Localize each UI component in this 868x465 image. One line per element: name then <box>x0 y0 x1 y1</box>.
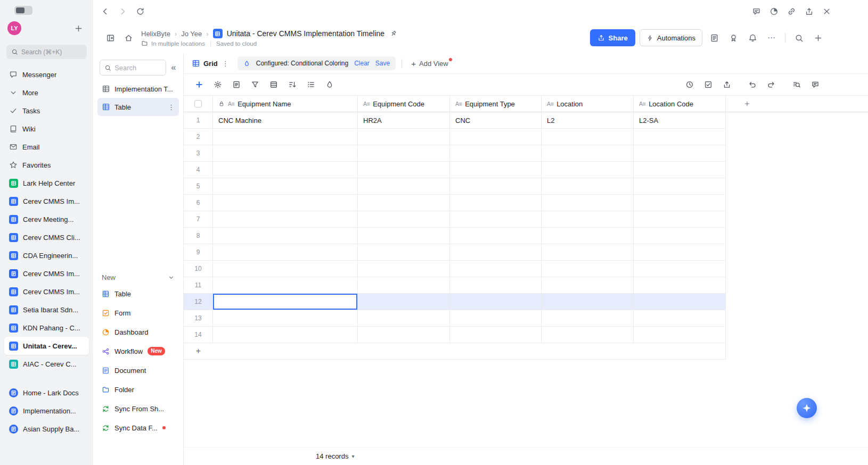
coloring-icon[interactable] <box>322 77 338 92</box>
row-number[interactable]: 9 <box>184 244 213 261</box>
grid-cell[interactable] <box>213 228 358 244</box>
grid-cell[interactable] <box>634 244 726 261</box>
grid-cell[interactable]: L2 <box>542 112 634 129</box>
grid-cell[interactable] <box>358 195 450 211</box>
grid-cell[interactable] <box>450 310 542 327</box>
column-header-location[interactable]: A≡Location <box>542 96 634 112</box>
grid-cell[interactable] <box>358 244 450 261</box>
grid-cell[interactable] <box>213 145 358 162</box>
column-header-equipment-name[interactable]: A≡Equipment Name <box>213 96 358 112</box>
select-all-cell[interactable] <box>184 96 213 112</box>
grid-cell[interactable] <box>358 277 450 294</box>
row-number[interactable]: 11 <box>184 277 213 294</box>
grid-cell[interactable] <box>213 162 358 178</box>
grid-cell[interactable] <box>213 261 358 277</box>
reload-icon[interactable] <box>133 4 148 19</box>
grid-cell[interactable] <box>542 129 634 145</box>
automations-button[interactable]: Automations <box>640 29 702 46</box>
search-icon[interactable] <box>791 30 806 45</box>
pin-icon[interactable] <box>390 30 397 37</box>
grid-cell[interactable]: CNC Machine <box>213 112 358 129</box>
row-number[interactable]: 6 <box>184 195 213 211</box>
grid-cell[interactable] <box>450 162 542 178</box>
share-window-icon[interactable] <box>801 4 816 19</box>
copy-link-icon[interactable] <box>784 4 799 19</box>
grid-cell[interactable] <box>634 195 726 211</box>
grid-cell[interactable] <box>542 327 634 343</box>
share-view-icon[interactable] <box>719 77 735 92</box>
tasks-icon[interactable] <box>700 77 716 92</box>
notifications-icon[interactable] <box>745 30 760 45</box>
new-section-toggle[interactable]: New <box>97 270 179 284</box>
grid-cell[interactable] <box>358 327 450 343</box>
sidebar-item-implementation[interactable]: Implementation... <box>4 402 89 420</box>
location-note[interactable]: In multiple locations <box>151 40 205 47</box>
grid-cell[interactable] <box>358 129 450 145</box>
row-number[interactable]: 10 <box>184 261 213 277</box>
grid-cell[interactable] <box>450 228 542 244</box>
table-item-implementation-t[interactable]: Implementation T... <box>97 80 179 98</box>
grid-cell[interactable] <box>358 211 450 228</box>
sidebar-item-home-lark-docs[interactable]: Home - Lark Docs <box>4 384 89 402</box>
grid-cell[interactable] <box>634 162 726 178</box>
new-item-table[interactable]: Table <box>97 284 179 303</box>
search-records-icon[interactable] <box>789 77 805 92</box>
column-header-equipment-code[interactable]: A≡Equipment Code <box>358 96 450 112</box>
grid-cell[interactable] <box>634 294 726 310</box>
group-icon[interactable] <box>303 77 319 92</box>
grid-cell[interactable] <box>542 145 634 162</box>
grid-cell[interactable]: L2-SA <box>634 112 726 129</box>
view-options-icon[interactable]: ⋮ <box>221 60 230 68</box>
row-number[interactable]: 1 <box>184 112 213 129</box>
grid-cell[interactable] <box>213 244 358 261</box>
grid-cell[interactable] <box>213 277 358 294</box>
grid-cell[interactable]: CNC <box>450 112 542 129</box>
chat-icon[interactable] <box>749 4 764 19</box>
sidebar-item-tasks[interactable]: Tasks <box>4 102 89 120</box>
grid-cell[interactable] <box>634 145 726 162</box>
add-view-button[interactable]: + Add View <box>408 59 451 68</box>
row-number[interactable]: 8 <box>184 228 213 244</box>
add-record-row[interactable]: + <box>184 343 726 360</box>
grid-cell[interactable] <box>634 129 726 145</box>
sidebar-item-wiki[interactable]: Wiki <box>4 120 89 138</box>
row-number[interactable]: 4 <box>184 162 213 178</box>
new-item-workflow[interactable]: WorkflowNew <box>97 342 179 361</box>
more-icon[interactable]: ⋯ <box>764 30 779 45</box>
form-view-icon[interactable] <box>228 77 244 92</box>
table-item-table[interactable]: Table⋮ <box>97 98 179 116</box>
ai-assistant-button[interactable] <box>797 398 817 418</box>
grid-cell[interactable] <box>634 228 726 244</box>
grid-cell[interactable] <box>450 261 542 277</box>
back-icon[interactable] <box>97 4 112 19</box>
sidebar-item-email[interactable]: Email <box>4 138 89 156</box>
grid-cell[interactable]: HR2A <box>358 112 450 129</box>
row-height-icon[interactable] <box>266 77 282 92</box>
history-icon[interactable] <box>682 77 698 92</box>
row-number[interactable]: 12 <box>184 294 213 310</box>
grid-cell[interactable] <box>213 327 358 343</box>
grid-cell[interactable] <box>213 195 358 211</box>
redo-icon[interactable] <box>763 77 779 92</box>
new-item-folder[interactable]: Folder <box>97 380 179 399</box>
sidebar-item-messenger[interactable]: Messenger <box>4 65 89 84</box>
sidebar-item-cerev-cmms-im[interactable]: Cerev CMMS Im... <box>4 283 89 301</box>
sidebar-item-setia-ibarat-sdn[interactable]: Setia Ibarat Sdn... <box>4 301 89 319</box>
row-number[interactable]: 5 <box>184 178 213 195</box>
sidebar-item-cerev-cmms-im[interactable]: Cerev CMMS Im... <box>4 264 89 283</box>
sidebar-item-asian-supply-ba[interactable]: Asian Supply Ba... <box>4 420 89 438</box>
grid-cell[interactable] <box>634 327 726 343</box>
breadcrumb-workspace[interactable]: HelixByte <box>141 30 170 38</box>
grid-cell[interactable] <box>542 228 634 244</box>
row-number[interactable]: 13 <box>184 310 213 327</box>
grid-cell[interactable] <box>213 129 358 145</box>
new-item-sync-data-f[interactable]: Sync Data F... <box>97 418 179 437</box>
sidebar-item-unitata-cerev[interactable]: Unitata - Cerev... <box>4 337 89 355</box>
filter-icon[interactable] <box>247 77 263 92</box>
undo-icon[interactable] <box>744 77 760 92</box>
grid-cell[interactable] <box>542 277 634 294</box>
sidebar-item-cerev-cmms-cli[interactable]: Cerev CMMS Cli... <box>4 228 89 246</box>
sidebar-item-cerev-meeting[interactable]: Cerev Meeting... <box>4 210 89 228</box>
grid-cell[interactable] <box>542 244 634 261</box>
grid-cell[interactable] <box>358 162 450 178</box>
